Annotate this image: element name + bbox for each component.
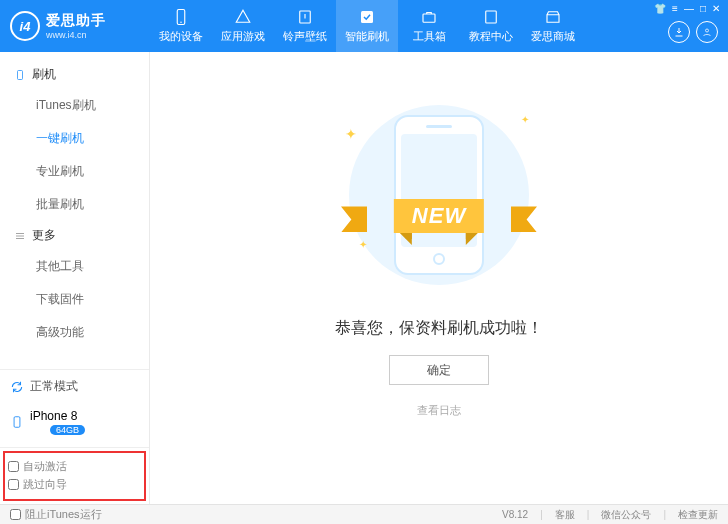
view-log-link[interactable]: 查看日志	[150, 403, 728, 418]
version-label: V8.12	[502, 509, 528, 520]
menu-icon[interactable]: ≡	[672, 3, 678, 14]
nav-apps[interactable]: 应用游戏	[212, 0, 274, 52]
main-nav: 我的设备 应用游戏 铃声壁纸 智能刷机 工具箱 教程中心 爱思商城	[150, 0, 584, 52]
support-link[interactable]: 客服	[555, 508, 575, 522]
flash-icon	[358, 8, 376, 26]
list-icon	[14, 230, 26, 242]
status-bar: 阻止iTunes运行 V8.12 | 客服 | 微信公众号 | 检查更新	[0, 504, 728, 524]
nav-my-device[interactable]: 我的设备	[150, 0, 212, 52]
phone-small-icon	[14, 69, 26, 81]
new-ribbon: NEW	[394, 199, 484, 233]
sidebar-item-advanced[interactable]: 高级功能	[0, 316, 149, 349]
device-name: iPhone 8	[30, 409, 85, 423]
skip-wizard-checkbox[interactable]: 跳过向导	[8, 477, 67, 492]
device-capacity: 64GB	[50, 425, 85, 435]
window-controls: 👕 ≡ — □ ✕	[668, 0, 728, 52]
sidebar-item-other-tools[interactable]: 其他工具	[0, 250, 149, 283]
svg-rect-8	[14, 417, 20, 428]
main-pane: ✦ ✦ ✦ ✦ NEW 恭喜您，保资料刷机成功啦！ 确定 查看日志	[150, 52, 728, 504]
refresh-icon	[10, 380, 24, 394]
success-illustration: ✦ ✦ ✦ ✦ NEW	[329, 100, 549, 290]
sidebar-item-itunes-flash[interactable]: iTunes刷机	[0, 89, 149, 122]
account-button[interactable]	[696, 21, 718, 43]
shirt-icon[interactable]: 👕	[654, 3, 666, 14]
user-icon	[701, 26, 713, 38]
options-row: 自动激活 跳过向导	[0, 447, 149, 504]
app-url: www.i4.cn	[46, 30, 106, 40]
mode-label: 正常模式	[30, 378, 78, 395]
logo-icon: i4	[10, 11, 40, 41]
book-icon	[482, 8, 500, 26]
check-update-link[interactable]: 检查更新	[678, 508, 718, 522]
svg-rect-3	[361, 11, 373, 23]
store-icon	[544, 8, 562, 26]
apps-icon	[234, 8, 252, 26]
device-icon	[10, 415, 24, 429]
nav-store[interactable]: 爱思商城	[522, 0, 584, 52]
wechat-link[interactable]: 微信公众号	[601, 508, 651, 522]
svg-point-6	[706, 29, 709, 32]
app-name: 爱思助手	[46, 12, 106, 30]
sidebar-group-more[interactable]: 更多	[0, 221, 149, 250]
phone-icon	[172, 8, 190, 26]
nav-toolbox[interactable]: 工具箱	[398, 0, 460, 52]
music-icon	[296, 8, 314, 26]
sidebar-group-flash[interactable]: 刷机	[0, 60, 149, 89]
download-button[interactable]	[668, 21, 690, 43]
nav-ringtones[interactable]: 铃声壁纸	[274, 0, 336, 52]
sidebar-item-pro-flash[interactable]: 专业刷机	[0, 155, 149, 188]
sidebar: 刷机 iTunes刷机 一键刷机 专业刷机 批量刷机 更多 其他工具 下载固件 …	[0, 52, 150, 504]
nav-tutorials[interactable]: 教程中心	[460, 0, 522, 52]
app-logo[interactable]: i4 爱思助手 www.i4.cn	[10, 11, 150, 41]
device-info[interactable]: iPhone 8 64GB	[0, 403, 149, 447]
svg-rect-7	[18, 70, 23, 79]
svg-rect-5	[486, 11, 497, 23]
mode-status[interactable]: 正常模式	[0, 369, 149, 403]
minimize-icon[interactable]: —	[684, 3, 694, 14]
maximize-icon[interactable]: □	[700, 3, 706, 14]
download-icon	[673, 26, 685, 38]
svg-rect-4	[423, 14, 435, 22]
confirm-button[interactable]: 确定	[389, 355, 489, 385]
close-icon[interactable]: ✕	[712, 3, 720, 14]
success-message: 恭喜您，保资料刷机成功啦！	[150, 318, 728, 339]
title-bar: i4 爱思助手 www.i4.cn 我的设备 应用游戏 铃声壁纸 智能刷机 工具…	[0, 0, 728, 52]
sidebar-item-batch-flash[interactable]: 批量刷机	[0, 188, 149, 221]
svg-point-1	[180, 22, 182, 24]
block-itunes-checkbox[interactable]: 阻止iTunes运行	[10, 507, 102, 522]
toolbox-icon	[420, 8, 438, 26]
sidebar-item-oneclick-flash[interactable]: 一键刷机	[0, 122, 149, 155]
nav-flash[interactable]: 智能刷机	[336, 0, 398, 52]
sidebar-item-download-fw[interactable]: 下载固件	[0, 283, 149, 316]
auto-activate-checkbox[interactable]: 自动激活	[8, 459, 67, 474]
